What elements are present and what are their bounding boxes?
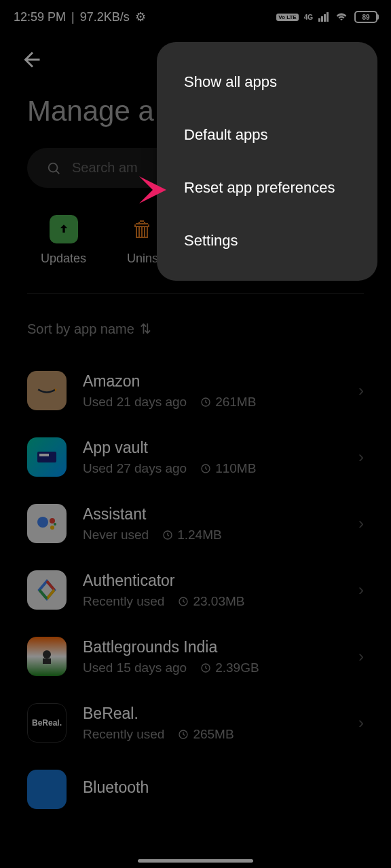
popup-menu: Show all apps Default apps Reset app pre… — [157, 42, 377, 281]
arrow-annotation — [88, 170, 170, 213]
menu-reset-preferences[interactable]: Reset app preferences — [157, 161, 377, 214]
menu-settings[interactable]: Settings — [157, 214, 377, 267]
menu-default-apps[interactable]: Default apps — [157, 108, 377, 161]
menu-show-all-apps[interactable]: Show all apps — [157, 56, 377, 108]
